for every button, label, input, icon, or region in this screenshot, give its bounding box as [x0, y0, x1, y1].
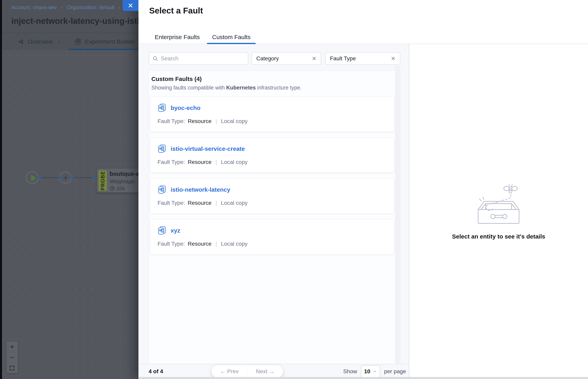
edge-port — [71, 176, 74, 179]
tab-experiment-builder[interactable]: Experiment Builder — [70, 33, 139, 50]
bottom-scrollbar-strip[interactable] — [138, 377, 588, 379]
app-root: Account: chaos-dev › Organization: defau… — [0, 0, 588, 379]
fault-card[interactable]: xyz Fault Type: Resource | Local copy — [150, 220, 394, 254]
zoom-in-button[interactable]: + — [7, 342, 18, 352]
category-filter[interactable]: Category ✕ — [252, 52, 321, 65]
empty-box-illustration — [474, 183, 523, 225]
search-input[interactable] — [161, 55, 244, 62]
fullscreen-icon — [9, 365, 15, 371]
play-icon — [31, 175, 36, 181]
fault-detail-panel: Select an entity to see it's details — [409, 44, 588, 379]
fault-card[interactable]: byoc-echo Fault Type: Resource | Local c… — [150, 97, 394, 132]
list-controls: Category ✕ Fault Type ✕ — [149, 52, 400, 65]
fault-tabs: Enterprise Faults Custom Faults — [150, 30, 258, 44]
fault-name-link[interactable]: xyz — [171, 227, 180, 234]
page-size-select[interactable]: 10 — [361, 365, 380, 378]
probe-node-weightage: Weightage: 10 — [110, 178, 143, 185]
chevron-down-icon — [373, 369, 377, 374]
pipeline-edge — [73, 177, 93, 178]
fault-icon — [157, 226, 167, 235]
edge-port — [92, 176, 95, 179]
breadcrumb-account-link[interactable]: Account: chaos-dev — [11, 4, 57, 10]
tab-experiment-builder-label: Experiment Builder — [85, 38, 135, 45]
probe-node-info: boutique-ap Weightage: 10 10s — [110, 171, 143, 191]
breadcrumb-org-link[interactable]: Organization: default — [67, 4, 115, 10]
next-page-button[interactable]: Next → — [247, 365, 283, 378]
list-scrollbar[interactable] — [395, 65, 400, 364]
experiment-builder-icon — [74, 38, 82, 45]
fault-type-filter-label: Fault Type — [330, 55, 356, 62]
plus-icon: + — [63, 173, 68, 183]
list-heading: Custom Faults (4) — [151, 76, 394, 82]
clock-icon — [110, 186, 115, 191]
page-size-value: 10 — [364, 368, 370, 375]
pipeline-edge — [40, 177, 59, 178]
tab-enterprise-faults[interactable]: Enterprise Faults — [150, 30, 205, 44]
select-fault-drawer: ✕ Select a Fault Enterprise Faults Custo… — [138, 0, 588, 379]
fault-card[interactable]: istio-virtual-service-create Fault Type:… — [150, 138, 394, 173]
fault-name-link[interactable]: istio-virtual-service-create — [171, 145, 245, 152]
probe-badge: PROBE — [99, 170, 107, 191]
chaos-pinwheel-icon — [18, 38, 25, 45]
fault-icon — [157, 103, 167, 112]
fault-meta: Fault Type: Resource | Local copy — [157, 241, 387, 247]
pipeline-start-node[interactable] — [26, 171, 39, 184]
close-icon: ✕ — [128, 1, 134, 10]
fault-icon — [157, 144, 167, 153]
probe-node-title: boutique-ap — [110, 171, 143, 177]
pagination: ← Prev Next → — [212, 365, 283, 378]
fault-meta: Fault Type: Resource | Local copy — [157, 200, 387, 206]
fault-list-panel: Category ✕ Fault Type ✕ Custom Faults (4… — [138, 44, 409, 379]
empty-state-text: Select an entity to see it's details — [452, 233, 545, 240]
left-nav-rail — [0, 0, 2, 379]
canvas-zoom-controls: + − — [7, 342, 18, 373]
search-icon — [152, 56, 158, 62]
close-drawer-button[interactable]: ✕ — [123, 0, 138, 11]
fit-to-screen-button[interactable] — [7, 363, 18, 373]
experiment-title: inject-network-latency-using-isti — [11, 16, 139, 26]
fault-type-filter[interactable]: Fault Type ✕ — [325, 52, 400, 65]
edge-port — [57, 176, 61, 179]
fault-meta: Fault Type: Resource | Local copy — [157, 118, 387, 125]
drawer-title: Select a Fault — [149, 6, 203, 16]
clear-category-icon[interactable]: ✕ — [312, 55, 317, 62]
fault-meta: Fault Type: Resource | Local copy — [157, 159, 387, 165]
probe-node-duration: 10s — [117, 185, 125, 191]
add-step-node[interactable]: + — [60, 172, 71, 184]
fault-card[interactable]: istio-network-latency Fault Type: Resour… — [150, 179, 394, 214]
tab-chevron-icon: › — [58, 33, 60, 50]
list-footer: 4 of 4 ← Prev Next → Show 10 per page — [138, 364, 409, 379]
fault-name-link[interactable]: byoc-echo — [171, 105, 201, 111]
drawer-header: Select a Fault Enterprise Faults Custom … — [138, 0, 588, 44]
show-label: Show — [343, 368, 357, 375]
tab-custom-faults[interactable]: Custom Faults — [207, 30, 256, 44]
prev-page-button[interactable]: ← Prev — [212, 365, 247, 378]
list-head: Custom Faults (4) Showing faults compati… — [151, 76, 394, 91]
edge-port — [38, 176, 42, 179]
list-subtitle: Showing faults compatible with Kubernete… — [151, 85, 394, 91]
zoom-out-button[interactable]: − — [7, 352, 18, 363]
search-box — [149, 52, 248, 65]
tab-overview[interactable]: Overview — [18, 33, 53, 50]
tab-overview-label: Overview — [28, 38, 53, 45]
category-filter-label: Category — [256, 55, 279, 62]
breadcrumb-separator-icon: › — [61, 4, 63, 10]
per-page-label: per page — [384, 368, 406, 375]
breadcrumb: Account: chaos-dev › Organization: defau… — [11, 4, 128, 11]
fault-icon — [157, 185, 167, 194]
page-size-control: Show 10 per page — [343, 365, 406, 378]
custom-faults-list: Custom Faults (4) Showing faults compati… — [149, 70, 401, 364]
breadcrumb-separator-icon: › — [119, 4, 120, 10]
fault-name-link[interactable]: istio-network-latency — [171, 186, 230, 193]
clear-fault-type-icon[interactable]: ✕ — [391, 55, 396, 62]
result-count: 4 of 4 — [149, 368, 163, 375]
